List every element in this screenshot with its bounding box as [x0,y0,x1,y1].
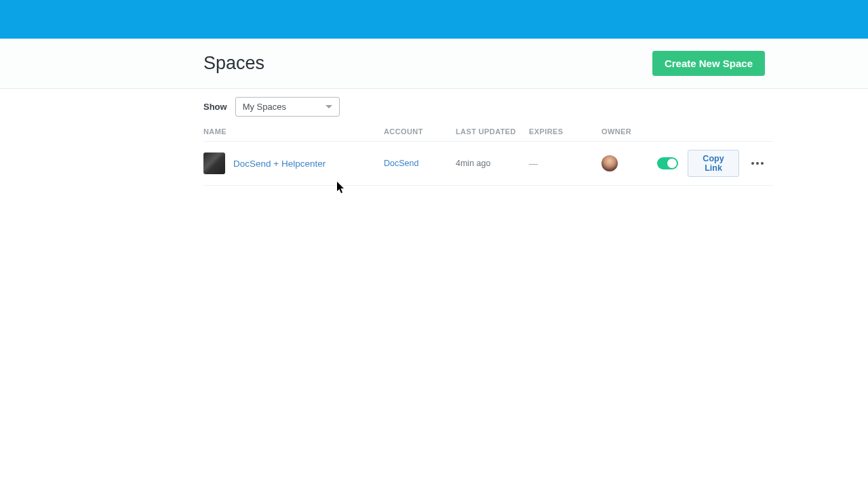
more-options-icon[interactable] [749,159,766,167]
page-title: Spaces [203,53,264,74]
create-new-space-button[interactable]: Create New Space [652,51,765,76]
space-last-updated: 4min ago [456,159,529,168]
space-thumbnail [203,152,225,174]
copy-link-button[interactable]: Copy Link [688,150,739,177]
column-account: ACCOUNT [384,127,456,136]
space-account-link[interactable]: DocSend [384,159,456,168]
column-expires: EXPIRES [529,127,601,136]
space-expires: — [529,159,601,169]
header-section: Spaces Create New Space [0,39,868,89]
table-row: DocSend + Helpcenter DocSend 4min ago — … [203,142,773,186]
spaces-table: NAME ACCOUNT LAST UPDATED EXPIRES OWNER … [203,121,773,186]
filter-row: Show My Spaces [203,97,868,121]
filter-selected-value: My Spaces [243,102,286,112]
active-toggle[interactable] [657,157,678,169]
filter-dropdown[interactable]: My Spaces [235,97,340,117]
table-header: NAME ACCOUNT LAST UPDATED EXPIRES OWNER [203,121,773,142]
show-label: Show [203,102,227,112]
top-banner [0,0,868,39]
owner-avatar [601,155,618,171]
column-name: NAME [203,127,384,136]
chevron-down-icon [326,105,332,108]
column-last-updated: LAST UPDATED [456,127,529,136]
column-owner: OWNER [601,127,657,136]
space-name-link[interactable]: DocSend + Helpcenter [233,159,326,169]
